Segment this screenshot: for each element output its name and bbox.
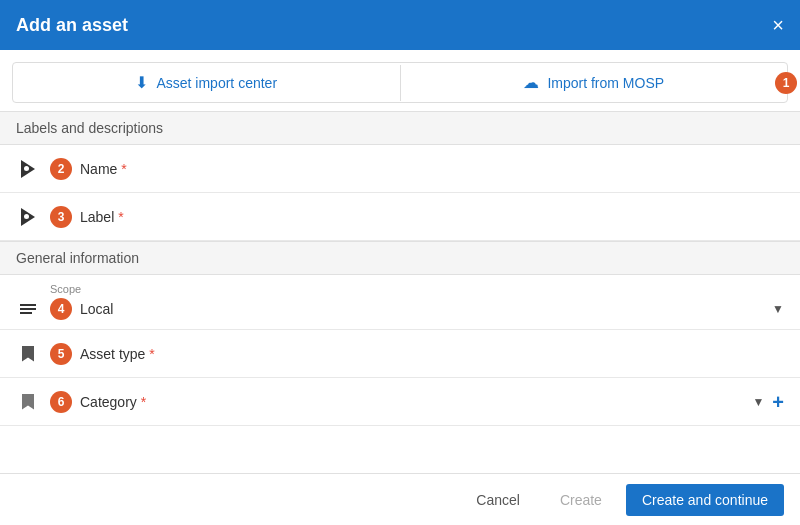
category-dropdown-arrow[interactable]: ▼ [752,395,764,409]
scope-badge: 4 [50,298,72,320]
modal-footer: Cancel Create Create and continue [0,473,800,525]
asset-type-label: Asset type * [80,346,784,362]
scope-content: 4 Local ▼ [16,297,784,321]
close-button[interactable]: × [772,15,784,35]
category-actions: ▼ + [752,392,784,412]
asset-import-label: Asset import center [156,75,277,91]
name-field-row: 2 Name * [0,145,800,193]
category-icon [16,390,40,414]
scope-small-label: Scope [50,283,784,295]
labels-section-header: Labels and descriptions [0,111,800,145]
create-continue-button[interactable]: Create and continue [626,484,784,516]
download-icon: ⬇ [135,73,148,92]
asset-import-center-button[interactable]: ⬇ Asset import center [13,63,400,102]
asset-type-field-row: 5 Asset type * [0,330,800,378]
category-label: Category * [80,394,752,410]
import-bar: ⬇ Asset import center ☁ Import from MOSP… [12,62,788,103]
category-badge: 6 [50,391,72,413]
scope-dropdown-arrow[interactable]: ▼ [772,302,784,316]
mosp-import-label: Import from MOSP [547,75,664,91]
modal-body: ⬇ Asset import center ☁ Import from MOSP… [0,50,800,473]
category-add-button[interactable]: + [772,392,784,412]
create-button[interactable]: Create [544,484,618,516]
label-field-row: 3 Label * [0,193,800,241]
cancel-button[interactable]: Cancel [460,484,536,516]
mosp-import-button[interactable]: ☁ Import from MOSP 1 [401,63,788,102]
scope-field-row[interactable]: Scope 4 Local ▼ [0,275,800,330]
asset-type-badge: 5 [50,343,72,365]
modal: Add an asset × ⬇ Asset import center ☁ I… [0,0,800,525]
category-field-row: 6 Category * ▼ + [0,378,800,426]
general-section-header: General information [0,241,800,275]
scope-list-icon [16,297,40,321]
modal-title: Add an asset [16,15,128,36]
scope-value: Local [80,301,772,317]
modal-overlay: Add an asset × ⬇ Asset import center ☁ I… [0,0,800,525]
asset-type-icon [16,342,40,366]
modal-header: Add an asset × [0,0,800,50]
mosp-badge: 1 [775,72,797,94]
cloud-icon: ☁ [523,73,539,92]
